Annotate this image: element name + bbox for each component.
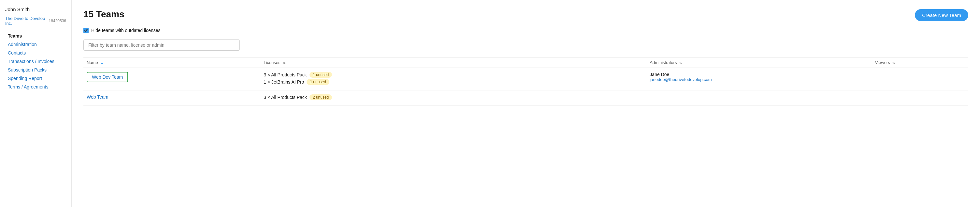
nav-list: TeamsAdministrationContactsTransactions … [5,32,66,91]
col-header-administrators[interactable]: Administrators [646,58,872,68]
sort-viewers-icon [892,61,895,65]
filter-input[interactable] [83,40,240,51]
org-name[interactable]: The Drive to Develop Inc. [5,16,47,26]
hide-outdated-checkbox[interactable] [83,28,89,33]
license-text: 1 × JetBrains AI Pro [264,79,304,85]
hide-outdated-label[interactable]: Hide teams with outdated licenses [91,28,160,33]
col-name-label: Name [87,60,98,65]
hide-outdated-row: Hide teams with outdated licenses [83,28,968,33]
create-new-team-button[interactable]: Create New Team [915,9,968,21]
table-body: Web Dev Team3 × All Products Pack1 unuse… [83,68,968,106]
team-name-link-web-team[interactable]: Web Team [87,95,108,99]
sidebar-item-terms[interactable]: Terms / Agreements [5,83,66,91]
table-row: Web Team3 × All Products Pack2 unused [83,90,968,106]
sort-name-icon [100,61,103,65]
admin-email[interactable]: janedoe@thedrivetodevelop.com [650,77,868,82]
col-header-viewers[interactable]: Viewers [872,58,968,68]
sidebar: John Smith The Drive to Develop Inc. 184… [0,0,72,207]
col-header-licenses[interactable]: Licenses [260,58,646,68]
table-header: Name Licenses Administrators Viewers [83,58,968,68]
license-row: 1 × JetBrains AI Pro1 unused [264,79,643,85]
team-name-link-web-dev-team[interactable]: Web Dev Team [87,72,128,82]
license-text: 3 × All Products Pack [264,72,307,77]
license-row: 3 × All Products Pack2 unused [264,95,643,100]
user-name: John Smith [5,6,66,12]
sidebar-item-spending-report[interactable]: Spending Report [5,74,66,83]
col-licenses-label: Licenses [264,60,280,65]
viewers-cell [872,90,968,106]
table-row: Web Dev Team3 × All Products Pack1 unuse… [83,68,968,90]
viewers-cell [872,68,968,90]
page-title: 15 Teams [83,9,124,19]
col-admins-label: Administrators [650,60,677,65]
license-row: 3 × All Products Pack1 unused [264,72,643,78]
sidebar-item-teams[interactable]: Teams [5,32,66,40]
col-header-name[interactable]: Name [83,58,260,68]
sidebar-item-transactions[interactable]: Transactions / Invoices [5,57,66,66]
sidebar-item-administration[interactable]: Administration [5,40,66,49]
col-viewers-label: Viewers [875,60,890,65]
teams-table: Name Licenses Administrators Viewers [83,57,968,106]
org-id: 18420536 [49,19,66,23]
unused-badge: 1 unused [307,79,329,85]
unused-badge: 2 unused [310,95,332,100]
license-text: 3 × All Products Pack [264,95,307,100]
sort-admins-icon [679,61,682,65]
admin-name: Jane Doe [650,72,868,77]
sidebar-item-subscription-packs[interactable]: Subscription Packs [5,66,66,74]
page-header: 15 Teams Create New Team [83,9,968,21]
unused-badge: 1 unused [310,72,332,78]
sidebar-item-contacts[interactable]: Contacts [5,49,66,57]
main-content: 15 Teams Create New Team Hide teams with… [72,0,980,207]
sort-licenses-icon [283,61,285,65]
